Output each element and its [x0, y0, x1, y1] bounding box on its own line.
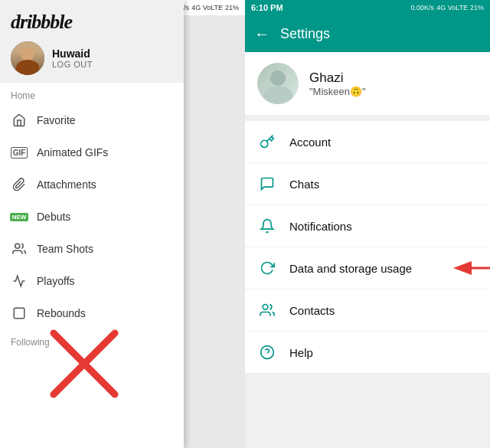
wa-toolbar: ← Settings	[245, 15, 490, 52]
animated-gifs-label: Animated GIFs	[37, 146, 108, 159]
paperclip-icon	[11, 176, 28, 193]
favorite-label: Favorite	[37, 114, 76, 126]
status-bar-right: 6:10 PM 0.00K/s 4G VoLTE 21%	[245, 0, 490, 15]
nav-playoffs[interactable]: Playoffs	[0, 265, 184, 297]
question-icon	[257, 342, 277, 362]
refresh-icon	[257, 258, 277, 278]
profile-text: Ghazi "Miskeen🙃"	[309, 70, 366, 97]
chat-icon	[257, 174, 277, 194]
back-button[interactable]: ←	[254, 25, 270, 43]
settings-data-storage[interactable]: Data and storage usage	[245, 247, 490, 289]
following-section-label: Following	[0, 329, 184, 351]
user-name: Huwaid	[52, 47, 93, 60]
settings-notifications[interactable]: Notifications	[245, 205, 490, 247]
settings-contacts[interactable]: Contacts	[245, 289, 490, 332]
square-icon	[11, 305, 28, 322]
settings-title: Settings	[280, 26, 481, 42]
account-label: Account	[289, 136, 478, 149]
avatar-image	[11, 41, 44, 75]
right-network: 4G VoLTE	[436, 4, 468, 11]
new-badge-icon: NEW	[11, 208, 28, 225]
right-panel: 6:10 PM 0.00K/s 4G VoLTE 21% ← Settings …	[245, 0, 490, 448]
user-info: Huwaid LOG OUT	[11, 41, 173, 75]
svg-point-6	[263, 305, 268, 310]
right-battery: 21%	[470, 4, 484, 11]
settings-help[interactable]: Help	[245, 332, 490, 374]
attachments-label: Attachments	[37, 178, 96, 191]
profile-section[interactable]: Ghazi "Miskeen🙃"	[245, 52, 490, 115]
notifications-label: Notifications	[289, 220, 478, 233]
debuts-label: Debuts	[37, 211, 70, 223]
settings-list: Account Chats Notifications	[245, 121, 490, 374]
wa-avatar	[257, 63, 299, 104]
house-icon	[11, 112, 28, 129]
battery-indicator: 21%	[225, 4, 239, 11]
chats-label: Chats	[289, 178, 478, 191]
home-section-label: Home	[0, 83, 184, 104]
user-text: Huwaid LOG OUT	[52, 47, 93, 69]
playoffs-label: Playoffs	[37, 275, 75, 287]
contacts-people-icon	[257, 300, 277, 320]
settings-account[interactable]: Account	[245, 121, 490, 163]
network-indicator: 4G VoLTE	[191, 4, 223, 11]
gif-icon: GIF	[11, 144, 28, 161]
right-time: 6:10 PM	[251, 3, 283, 12]
team-shots-label: Team Shots	[37, 243, 93, 255]
profile-name: Ghazi	[309, 70, 366, 86]
nav-team-shots[interactable]: Team Shots	[0, 233, 184, 265]
avatar	[11, 41, 44, 75]
red-arrow-indicator	[450, 257, 490, 280]
profile-status: "Miskeen🙃"	[309, 86, 366, 97]
svg-rect-1	[14, 308, 24, 319]
dribbble-logo: dribbble	[11, 11, 173, 34]
bell-icon	[257, 216, 277, 236]
nav-attachments[interactable]: Attachments	[0, 168, 184, 201]
svg-point-0	[15, 244, 20, 248]
help-label: Help	[289, 346, 478, 359]
nav-debuts[interactable]: NEW Debuts	[0, 201, 184, 233]
nav-rebounds[interactable]: Rebounds	[0, 297, 184, 329]
right-status-icons: 0.00K/s 4G VoLTE 21%	[411, 4, 484, 11]
nav-animated-gifs[interactable]: GIF Animated GIFs	[0, 136, 184, 168]
nav-favorite[interactable]: Favorite	[0, 104, 184, 136]
navigation-drawer: dribbble Huwaid LOG OUT Home Favorite	[0, 0, 184, 448]
drawer-header: dribbble Huwaid LOG OUT	[0, 0, 184, 83]
people-icon	[11, 240, 28, 257]
contacts-label: Contacts	[289, 304, 478, 317]
chart-icon	[11, 273, 28, 289]
left-panel: 5:15 PM 0.09K/s 4G VoLTE 21% dribbble Hu…	[0, 0, 245, 448]
rebounds-label: Rebounds	[37, 307, 86, 319]
settings-chats[interactable]: Chats	[245, 163, 490, 205]
key-icon	[257, 132, 277, 152]
right-speed: 0.00K/s	[411, 4, 435, 11]
logout-button[interactable]: LOG OUT	[52, 60, 93, 69]
